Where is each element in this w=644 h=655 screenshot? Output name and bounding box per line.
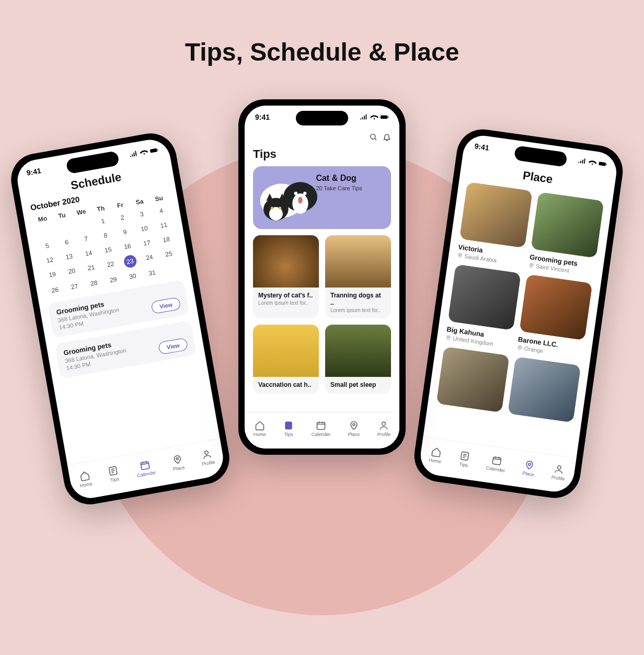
dynamic-island [296,111,348,125]
tip-title: Tranning dogs at .. [330,292,386,306]
tab-label: Tips [110,476,119,483]
calendar-day[interactable]: 27 [64,279,85,294]
tip-card[interactable]: Small pet sleep [325,325,391,394]
tab-place[interactable]: Place [348,420,360,437]
tab-calender[interactable]: Calender [135,458,157,478]
wifi-icon [370,113,378,121]
dow: Fr [110,200,131,211]
svg-point-4 [176,457,179,460]
place-image [508,357,581,422]
calendar-day[interactable]: 2 [112,210,133,225]
calendar-icon [316,420,326,431]
tab-home[interactable]: Home [77,469,93,488]
tab-label: Place [172,464,185,472]
place-card[interactable]: Victoria Saudi Arabia [457,182,533,267]
tab-home[interactable]: Home [254,420,266,437]
svg-point-21 [353,423,355,426]
place-card[interactable] [508,357,581,422]
calendar-day[interactable]: 17 [136,236,158,250]
calendar-day[interactable]: 20 [61,264,83,280]
svg-point-12 [294,192,298,196]
tip-subtitle: Lorem ipsum text for.. [258,300,314,306]
calendar-day[interactable]: 1 [93,214,114,228]
tab-calender[interactable]: Calender [486,454,507,473]
calendar-day[interactable]: 14 [78,246,99,260]
tip-card[interactable]: Vaccnation cat h.. [253,325,319,394]
tab-tips[interactable]: Tips [107,465,120,483]
tab-place[interactable]: Place [522,459,536,477]
calendar-day[interactable]: 31 [142,266,163,280]
tab-profile[interactable]: Profile [551,463,567,481]
status-time: 9:41 [255,113,270,121]
calendar-day[interactable]: 15 [97,243,119,257]
place-image [459,182,533,248]
svg-point-26 [531,264,532,266]
hero-subtitle: 20 Take Care Tips [316,185,383,191]
svg-rect-30 [492,457,501,465]
calendar-day[interactable]: 29 [102,272,124,287]
tab-home[interactable]: Home [428,446,443,464]
calendar-day[interactable]: 28 [83,276,105,291]
pin-icon [528,262,534,268]
calendar-day[interactable]: 8 [95,228,116,243]
svg-point-31 [528,463,531,465]
calendar-day[interactable]: 24 [139,250,160,266]
calendar-day[interactable]: 5 [37,238,58,253]
svg-point-32 [558,465,562,469]
calendar-day-selected[interactable]: 23 [123,254,137,269]
calendar-day[interactable]: 16 [117,239,138,254]
tab-tips[interactable]: Tips [458,450,470,468]
calendar-day[interactable]: 4 [151,203,172,218]
dow: We [71,207,92,217]
tab-calender[interactable]: Calender [312,420,331,437]
tab-place[interactable]: Place [170,453,185,472]
calendar-day[interactable]: 21 [80,260,102,276]
calendar-day[interactable]: 6 [56,235,77,249]
calendar-day[interactable]: 7 [75,232,97,246]
tip-card[interactable]: Mystery of cat's f.. Lorem ipsum text fo… [253,235,319,318]
hero-title: Cat & Dog [316,174,383,183]
svg-rect-0 [150,148,157,153]
svg-rect-6 [381,116,387,119]
tab-tips[interactable]: Tips [283,420,294,437]
place-card[interactable] [436,347,510,412]
pin-icon [445,335,452,341]
tips-icon [107,465,119,477]
tab-label: Profile [201,459,215,466]
place-image [531,192,604,258]
calendar-day[interactable]: 10 [134,221,155,236]
calendar-day[interactable]: 25 [158,247,180,262]
calendar-day[interactable]: 13 [59,249,80,264]
place-card[interactable]: Grooming pets Saint Vincent [528,192,604,277]
status-time: 9:41 [26,166,41,177]
calendar-day[interactable]: 30 [122,269,143,283]
search-icon[interactable] [369,133,377,141]
bell-icon[interactable] [383,133,391,141]
calendar-day[interactable]: 18 [156,232,177,247]
tip-image [325,325,391,377]
svg-rect-20 [317,422,325,429]
calendar-day[interactable]: 22 [100,257,121,273]
calendar-day[interactable]: 12 [39,253,61,268]
tab-profile[interactable]: Profile [377,420,391,437]
place-card[interactable]: Big Kahuna United Kingdom [445,264,521,349]
calendar-day[interactable]: 9 [114,225,136,239]
tip-card[interactable]: Tranning dogs at .. Lorem ipsum text for… [325,235,391,318]
view-button[interactable]: View [151,297,181,314]
tab-profile[interactable]: Profile [200,448,216,467]
battery-icon [598,159,607,169]
view-button[interactable]: View [158,338,188,355]
profile-icon [378,420,389,431]
place-card[interactable]: Barone LLC. Orange [516,274,592,360]
calendar-day[interactable]: 3 [131,207,153,222]
signal-icon [578,156,587,166]
calendar-day[interactable]: 26 [44,283,66,297]
calendar-day[interactable]: 11 [153,218,175,233]
pin-icon [457,252,463,258]
home-icon [78,469,90,481]
calendar-grid: Mo Tu We Th Fr Sa Su 1 2 3 4 5 6 7 8 9 1… [32,193,182,297]
place-image [519,274,592,340]
tab-label: Home [428,457,441,464]
calendar-day[interactable]: 19 [42,267,63,283]
tips-hero-card[interactable]: Cat & Dog 20 Take Care Tips [253,166,391,229]
